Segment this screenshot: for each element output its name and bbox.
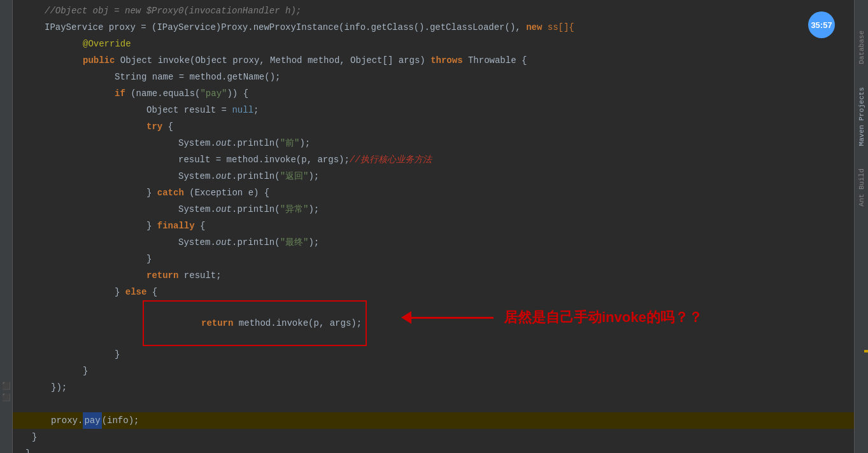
code-line-24: proxy.pay(info); [13, 412, 854, 429]
code-line-25: } [13, 429, 854, 445]
boxed-return: return method.invoke(p, args); [143, 300, 367, 346]
code-container: 35:57 //Object obj = new $Proxy0(invocat… [0, 0, 854, 453]
code-line-8: try { [13, 118, 854, 135]
code-line-20: } [13, 346, 854, 363]
code-line-22: }); [13, 379, 854, 396]
code-editor: ⬛ ⬛ 35:57 //Object obj = new $Proxy0(inv… [0, 0, 854, 453]
code-text: //Object obj = new $Proxy0(invocationHan… [45, 3, 301, 19]
code-line-14: } finally { [13, 218, 854, 234]
scrollbar-marker [864, 350, 868, 352]
timer-badge: 35:57 [808, 11, 835, 38]
code-line-9: System.out.println("前"); [13, 135, 854, 151]
code-line-2: IPayService proxy = (IPayService)Proxy.n… [13, 19, 854, 36]
code-line-23 [13, 396, 854, 412]
code-line-12: } catch (Exception e) { [13, 185, 854, 201]
code-line-4: public Object invoke(Object proxy, Metho… [13, 52, 854, 69]
code-line-18: } else { [13, 284, 854, 300]
code-line-11: System.out.println("返回"); [13, 168, 854, 185]
code-line-10: result = method.invoke(p, args);//执行核心业务… [13, 151, 854, 168]
code-line-6: if (name.equals("pay")) { [13, 85, 854, 102]
code-line-15: System.out.println("最终"); [13, 234, 854, 251]
code-text: IPayService proxy = (IPayService)Proxy. [45, 19, 253, 36]
code-line-13: System.out.println("异常"); [13, 201, 854, 218]
code-line-1: //Object obj = new $Proxy0(invocationHan… [13, 3, 854, 19]
sidebar-tab-database[interactable]: Database [857, 25, 867, 69]
code-area: //Object obj = new $Proxy0(invocationHan… [13, 0, 854, 453]
code-text: @Override [83, 36, 131, 52]
code-line-16: } [13, 251, 854, 267]
sidebar-tab-maven[interactable]: Maven Projects [857, 82, 867, 151]
code-line-3: @Override [13, 36, 854, 52]
code-line-17: return result; [13, 267, 854, 284]
code-line-26: } [13, 445, 854, 453]
code-line-21: } [13, 363, 854, 379]
code-line-5: String name = method.getName(); [13, 69, 854, 85]
code-line-19: return method.invoke(p, args); [13, 300, 854, 346]
sidebar-tab-ant[interactable]: Ant Build [857, 164, 867, 211]
code-line-7: Object result = null; [13, 102, 854, 118]
pay-highlight: pay [83, 412, 101, 429]
right-sidebar: Database Maven Projects Ant Build [854, 0, 868, 453]
